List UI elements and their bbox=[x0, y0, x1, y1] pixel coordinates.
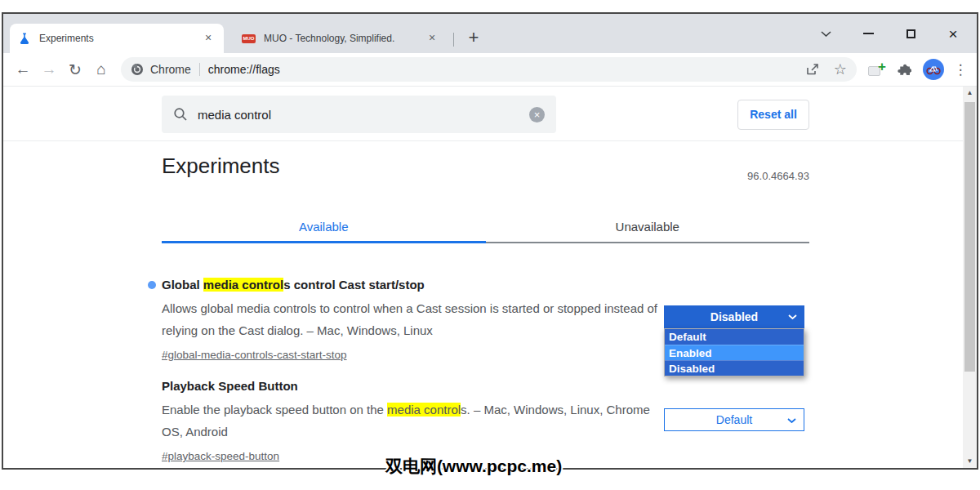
green-plus-icon: + bbox=[878, 60, 886, 74]
new-tab-button[interactable]: + bbox=[462, 27, 485, 50]
search-highlight: media control bbox=[203, 278, 283, 292]
flag-title-text: Global bbox=[162, 278, 203, 292]
dropdown-option-disabled[interactable]: Disabled bbox=[665, 360, 804, 376]
tab-muo[interactable]: MUO MUO - Technology, Simplified. × bbox=[234, 24, 448, 53]
back-icon[interactable]: ← bbox=[10, 60, 36, 78]
chevron-down-icon bbox=[788, 314, 797, 319]
close-window-button[interactable]: × bbox=[941, 21, 965, 46]
flag-description-text: Enable the playback speed button on the bbox=[162, 403, 387, 416]
search-input[interactable] bbox=[198, 108, 529, 122]
site-label: Chrome bbox=[150, 63, 191, 76]
flag-title-text: s control Cast start/stop bbox=[283, 278, 425, 292]
menu-kebab-icon[interactable]: ⋮ bbox=[951, 61, 970, 78]
clear-search-icon[interactable]: × bbox=[529, 107, 545, 122]
tab-close-icon[interactable]: × bbox=[201, 31, 216, 46]
tab-available[interactable]: Available bbox=[162, 207, 486, 243]
window-controls: × bbox=[795, 14, 965, 53]
chevron-down-icon bbox=[787, 418, 796, 423]
tab-title: MUO - Technology, Simplified. bbox=[264, 33, 425, 44]
tab-close-icon[interactable]: × bbox=[425, 31, 439, 46]
maximize-button[interactable] bbox=[898, 21, 923, 46]
tab-unavailable[interactable]: Unavailable bbox=[486, 207, 810, 243]
muo-favicon-icon: MUO bbox=[242, 34, 256, 43]
omnibox-divider bbox=[199, 63, 200, 76]
tab-experiments[interactable]: Experiments × bbox=[10, 24, 224, 53]
flags-page: × Reset all Experiments 96.0.4664.93 Ava… bbox=[3, 87, 977, 468]
flag-description: Enable the playback speed button on the … bbox=[162, 399, 670, 443]
flag-permalink[interactable]: #global-media-controls-cast-start-stop bbox=[162, 349, 347, 361]
chrome-version: 96.0.4664.93 bbox=[162, 170, 809, 182]
share-icon[interactable] bbox=[805, 62, 821, 77]
reload-icon[interactable]: ↻ bbox=[62, 60, 88, 79]
url-text: chrome://flags bbox=[208, 63, 280, 76]
search-icon bbox=[173, 107, 188, 122]
flag-entry-playback-speed-button: Playback Speed Button Enable the playbac… bbox=[162, 379, 684, 463]
watermark: 双电网(www.pcpc.me) bbox=[0, 455, 964, 478]
reset-all-button[interactable]: Reset all bbox=[737, 100, 809, 130]
dropdown-selected-value: Default bbox=[716, 413, 752, 426]
tab-strip: Experiments × MUO MUO - Technology, Simp… bbox=[3, 14, 977, 53]
close-icon: × bbox=[948, 26, 957, 42]
dropdown-menu: Default Enabled Disabled bbox=[664, 328, 804, 376]
window-chevron-down-icon[interactable] bbox=[813, 21, 838, 46]
bicycle-icon bbox=[926, 64, 941, 75]
bookmark-star-icon[interactable]: ☆ bbox=[834, 60, 847, 78]
flask-icon bbox=[18, 32, 31, 45]
dropdown-option-enabled[interactable]: Enabled bbox=[665, 345, 804, 360]
home-icon[interactable]: ⌂ bbox=[88, 60, 114, 78]
flag-dropdown-closed[interactable]: Default bbox=[664, 408, 804, 431]
flag-search-box[interactable]: × bbox=[162, 96, 556, 133]
maximize-icon bbox=[906, 29, 915, 38]
section-divider bbox=[3, 140, 963, 141]
flag-entry-global-media-controls-cast: Global media controls control Cast start… bbox=[162, 278, 684, 362]
scrollbar[interactable]: ▲ ▼ bbox=[963, 87, 977, 468]
flag-description: Allows global media controls to control … bbox=[162, 297, 672, 341]
address-bar[interactable]: Chrome chrome://flags ☆ bbox=[121, 57, 857, 82]
flag-dropdown-open[interactable]: Disabled bbox=[664, 305, 804, 328]
minimize-icon bbox=[863, 33, 874, 34]
tab-separator bbox=[453, 33, 454, 47]
add-extension-icon[interactable]: + bbox=[868, 61, 886, 78]
chrome-logo-icon bbox=[131, 63, 144, 76]
availability-tabs: Available Unavailable bbox=[162, 207, 809, 243]
scroll-down-icon[interactable]: ▼ bbox=[963, 455, 977, 468]
forward-icon[interactable]: → bbox=[36, 60, 62, 78]
search-highlight: media control bbox=[387, 403, 461, 416]
flag-title: Global media controls control Cast start… bbox=[162, 278, 684, 292]
scroll-up-icon[interactable]: ▲ bbox=[963, 87, 977, 100]
extensions-puzzle-icon[interactable] bbox=[896, 62, 911, 78]
flag-title: Playback Speed Button bbox=[162, 379, 684, 393]
profile-avatar[interactable] bbox=[923, 59, 944, 80]
tab-title: Experiments bbox=[39, 33, 201, 44]
browser-window: Experiments × MUO MUO - Technology, Simp… bbox=[2, 12, 978, 470]
dropdown-selected-value: Disabled bbox=[710, 310, 758, 323]
scrollbar-thumb[interactable] bbox=[964, 102, 975, 372]
minimize-button[interactable] bbox=[856, 21, 880, 46]
modified-flag-bullet-icon bbox=[148, 281, 156, 289]
browser-toolbar: ← → ↻ ⌂ Chrome chrome://flags ☆ + bbox=[3, 53, 977, 87]
dropdown-option-default[interactable]: Default bbox=[665, 329, 804, 345]
